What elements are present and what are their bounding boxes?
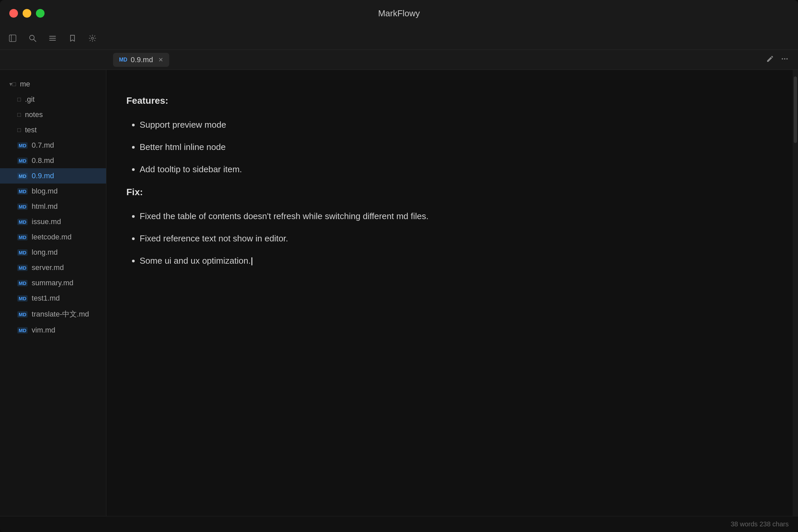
sidebar: ▾□ me □ .git □ notes □ test MD 0.7.md: [0, 70, 107, 516]
window-controls: [9, 9, 44, 18]
sidebar-item-0-8-md[interactable]: MD 0.8.md: [0, 153, 106, 168]
features-heading: Features:: [126, 92, 773, 109]
fix-list: Fixed the table of contents doesn't refr…: [126, 208, 773, 268]
svg-point-8: [782, 58, 783, 59]
sidebar-item-long-md[interactable]: MD long.md: [0, 245, 106, 260]
sidebar-item-label: issue.md: [32, 217, 61, 226]
list-item: Better html inline node: [140, 139, 773, 155]
list-item: Fixed reference text not show in editor.: [140, 231, 773, 246]
toolbar: [0, 26, 798, 50]
svg-point-7: [92, 37, 93, 39]
list-item: Support preview mode: [140, 117, 773, 133]
sidebar-item-label: .git: [25, 95, 35, 104]
tab-close-icon[interactable]: ✕: [158, 56, 163, 63]
md-file-icon: MD: [17, 142, 27, 149]
md-file-icon: MD: [17, 188, 27, 194]
sidebar-item-me[interactable]: ▾□ me: [0, 76, 106, 92]
sidebar-item-server-md[interactable]: MD server.md: [0, 260, 106, 275]
tab-label: 0.9.md: [131, 56, 153, 64]
sidebar-item-label: 0.8.md: [32, 156, 54, 165]
sidebar-item-label: summary.md: [32, 279, 74, 287]
md-file-icon: MD: [17, 234, 27, 241]
status-bar: 38 words 238 chars: [0, 516, 798, 532]
sidebar-item-label: vim.md: [32, 326, 55, 335]
svg-rect-0: [9, 35, 16, 41]
md-file-icon: MD: [17, 249, 27, 256]
tab-file-icon: MD: [119, 57, 127, 63]
md-file-icon: MD: [17, 295, 27, 302]
md-file-icon: MD: [17, 280, 27, 286]
features-list: Support preview mode Better html inline …: [126, 117, 773, 177]
sidebar-item-0-9-md[interactable]: MD 0.9.md: [0, 168, 106, 184]
md-file-icon: MD: [17, 173, 27, 179]
sidebar-item-label: test: [25, 126, 37, 134]
sidebar-item-vim-md[interactable]: MD vim.md: [0, 323, 106, 338]
settings-icon[interactable]: [87, 32, 98, 44]
sidebar-item-html-md[interactable]: MD html.md: [0, 199, 106, 214]
list-item: Some ui and ux optimization.: [140, 253, 773, 269]
scrollbar-track[interactable]: [793, 70, 798, 516]
sidebar-item-label: leetcode.md: [32, 233, 72, 241]
app-title: MarkFlowy: [378, 8, 420, 19]
sidebar-item-translate-md[interactable]: MD translate-中文.md: [0, 306, 106, 323]
folder-icon: □: [17, 127, 21, 134]
sidebar-item-test[interactable]: □ test: [0, 122, 106, 138]
md-file-icon: MD: [17, 158, 27, 164]
svg-point-9: [784, 58, 785, 59]
title-bar: MarkFlowy: [0, 0, 798, 26]
folder-icon: □: [17, 111, 21, 118]
edit-icon[interactable]: [766, 55, 774, 65]
md-file-icon: MD: [17, 327, 27, 334]
app-window: MarkFlowy: [0, 0, 798, 532]
sidebar-item-label: long.md: [32, 248, 58, 257]
folder-open-icon: ▾□: [9, 80, 16, 88]
scrollbar-thumb[interactable]: [794, 76, 797, 143]
sidebar-item-label: test1.md: [32, 294, 59, 303]
list-item: Fixed the table of contents doesn't refr…: [140, 208, 773, 224]
word-count: 38 words 238 chars: [730, 520, 789, 528]
sidebar-item-label: blog.md: [32, 187, 58, 195]
text-cursor: [251, 258, 252, 265]
sidebar-item-notes[interactable]: □ notes: [0, 107, 106, 122]
sidebar-item-blog-md[interactable]: MD blog.md: [0, 184, 106, 199]
md-file-icon: MD: [17, 265, 27, 271]
tab-bar: MD 0.9.md ✕: [0, 50, 798, 70]
sidebar-item-issue-md[interactable]: MD issue.md: [0, 214, 106, 229]
sidebar-item-summary-md[interactable]: MD summary.md: [0, 275, 106, 291]
maximize-button[interactable]: [36, 9, 44, 18]
tab-0-9-md[interactable]: MD 0.9.md ✕: [113, 53, 169, 67]
svg-point-10: [786, 58, 788, 59]
sidebar-item-0-7-md[interactable]: MD 0.7.md: [0, 138, 106, 153]
content-area[interactable]: Features: Support preview mode Better ht…: [107, 70, 793, 516]
sidebar-item-label: 0.9.md: [32, 172, 54, 180]
folder-icon: □: [17, 96, 21, 103]
bookmark-icon[interactable]: [66, 32, 78, 44]
main-layout: ▾□ me □ .git □ notes □ test MD 0.7.md: [0, 70, 798, 516]
sidebar-item-git[interactable]: □ .git: [0, 92, 106, 107]
md-file-icon: MD: [17, 204, 27, 210]
minimize-button[interactable]: [23, 9, 31, 18]
search-icon[interactable]: [26, 32, 39, 44]
sidebar-item-label: notes: [25, 110, 43, 119]
sidebar-item-label: html.md: [32, 202, 58, 211]
sidebar-item-label: me: [20, 80, 30, 89]
list-icon[interactable]: [46, 32, 58, 44]
close-button[interactable]: [9, 9, 18, 18]
md-file-icon: MD: [17, 219, 27, 225]
sidebar-toggle-icon[interactable]: [7, 32, 19, 44]
sidebar-item-label: 0.7.md: [32, 141, 54, 150]
md-file-icon: MD: [17, 311, 27, 318]
list-item-text: Some ui and ux optimization.: [140, 256, 251, 266]
list-item: Add tooltip to sidebar item.: [140, 162, 773, 177]
svg-line-3: [34, 39, 36, 41]
sidebar-item-label: translate-中文.md: [32, 309, 89, 319]
sidebar-item-leetcode-md[interactable]: MD leetcode.md: [0, 229, 106, 245]
sidebar-item-test1-md[interactable]: MD test1.md: [0, 291, 106, 306]
top-right-actions: [766, 55, 789, 65]
sidebar-item-label: server.md: [32, 263, 64, 272]
more-options-icon[interactable]: [781, 55, 789, 65]
fix-heading: Fix:: [126, 184, 773, 201]
